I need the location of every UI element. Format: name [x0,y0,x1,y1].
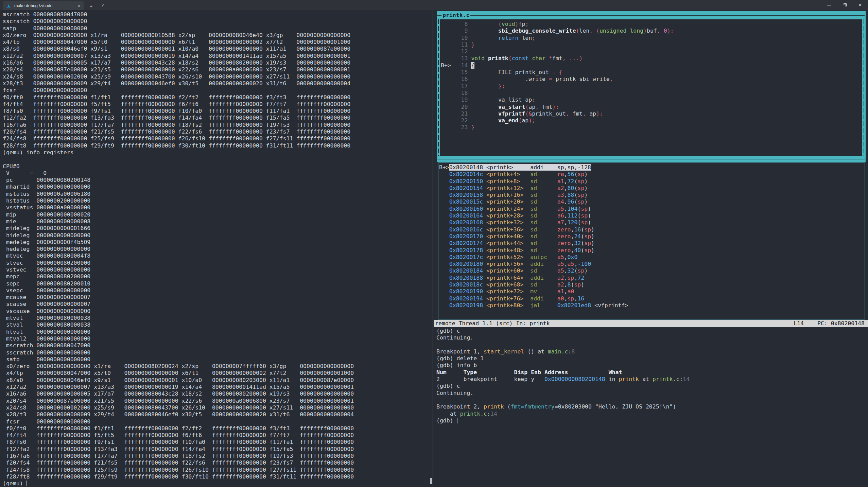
terminal-line: (qemu) [3,480,433,487]
terminal-line: vstvec 0000000000000000 [3,266,433,273]
terminal-line: mie 0000000000000008 [3,218,433,225]
terminal-line: 0x80200188 <printk+64> addi a2,sp,72 [439,275,865,281]
terminal-line: 18 [441,90,862,97]
terminal-line: 0x80200178 <printk+48> sd zero,40(sp) [439,247,865,254]
chevron-down-icon: ˅ [101,3,104,8]
terminal-line: 22 va_end(ap); [441,117,862,124]
terminal-line: x24/s8 0000000000002000 x25/s9 000000008… [3,404,433,411]
terminal-line: 0x80200164 <printk+28> sd a6,112(sp) [439,212,865,219]
terminal-line: mideleg 0000000000001666 [3,225,433,232]
terminal-line: 19 va_list ap; [441,97,862,103]
terminal-line: x28/t3 0000000000000009 x29/t4 000000008… [3,411,433,418]
terminal-line: vsepc 0000000000000000 [3,287,433,294]
terminal-line: (gdb) c [436,328,868,334]
terminal-line: Continuing. [436,334,868,341]
terminal-line: x0/zero 0000000000000000 x1/ra 000000008… [3,32,433,39]
terminal-line: 0x8020014c <printk+4> sd ra,56(sp) [439,171,865,178]
terminal-line: stval 0000000080000038 [3,321,433,328]
terminal-line: sscratch 0000000000000000 [3,18,433,25]
terminal-line: f28/ft8 ffffffff00000000 f29/ft9 fffffff… [3,142,433,149]
terminal-line: x24/s8 0000000000002000 x25/s9 000000008… [3,73,433,80]
minimize-icon [827,5,831,5]
terminal-line: 0x8020016c <printk+36> sd zero,16(sp) [439,226,865,233]
terminal-line: 0x80200198 <printk+80> jal 0x80201ed8 <v… [439,302,865,309]
terminal-line: x8/s0 0000000080046ef0 x9/s1 00000000000… [3,377,433,384]
terminal-line [3,156,433,163]
terminal-line: 17 }; [441,83,862,90]
terminal-line: Continuing. [436,390,868,397]
terminal-line: 0x8020018c <printk+68> sd a2,8(sp) [439,281,865,288]
tab-dropdown-button[interactable]: ˅ [98,1,107,10]
terminal-line: f28/ft8 ffffffff00000000 f29/ft9 fffffff… [3,473,433,480]
terminal-line: 15 FILE printk_out = { [441,69,862,76]
terminal-line: hedeleg 0000000000000000 [3,246,433,253]
terminal-line: mhartid 0000000000000000 [3,184,433,190]
new-tab-button[interactable]: + [86,1,96,10]
terminal-line: Breakpoint 2, printk (fmt=fmt@entry=0x80… [436,403,868,410]
terminal-line: Breakpoint 1, start_kernel () at main.c:… [436,348,868,355]
terminal-line: 8 (void)fp; [441,21,862,28]
scrollbar-thumb[interactable] [430,478,432,484]
terminal-line: hideleg 0000000000000000 [3,232,433,239]
terminal-line: (qemu) info registers [3,149,433,156]
terminal-line: f24/fs8 ffffffff00000000 f25/fs9 fffffff… [3,467,433,473]
terminal-line: pc 0000000080200148 [3,177,433,184]
terminal-line: mstatus 8000000a00006180 [3,191,433,197]
terminal-line: vsstatus 0000000a00000000 [3,204,433,211]
terminal-line: 0x80200180 <printk+56> addi a5,a5,-100 [439,261,865,267]
minimize-button[interactable] [821,0,837,10]
source-window-left-border [437,19,440,156]
terminal-line: x0/zero 0000000000000000 x1/ra 000000008… [3,363,433,370]
terminal-line: (gdb) delete 1 [436,355,868,362]
gdb-pane[interactable]: printk.c 8 (void)fp; 9 sbi_debug_console… [434,10,868,487]
terminal-line: 0x80200190 <printk+72> mv a1,a0 [439,288,865,295]
terminal-line: x12/a2 0000000000000007 x13/a3 000000000… [3,384,433,390]
terminal-line: satp 0000000000000000 [3,356,433,363]
terminal-line: x16/a6 0000000000000005 x17/a7 000000008… [3,59,433,66]
close-icon: ✕ [858,3,862,7]
terminal-line: 0x80200158 <printk+16> sd a3,88(sp) [439,192,865,198]
terminal-line: x4/tp 0000000080047000 x5/t0 00000000000… [3,370,433,377]
source-code-view: 8 (void)fp; 9 sbi_debug_console_write(le… [440,19,862,156]
terminal-line: f20/fs4 ffffffff00000000 f21/fs5 fffffff… [3,459,433,466]
restore-button[interactable] [837,0,852,10]
terminal-line: vscause 0000000000000000 [3,308,433,315]
terminal-line: 0x80200150 <printk+8> sd a1,72(sp) [439,178,865,185]
titlebar: make debug /z/code ✕ + ˅ ✕ [0,0,868,10]
terminal-line: f12/fa2 ffffffff00000000 f13/fa3 fffffff… [3,446,433,453]
terminal-line: f8/fs0 ffffffff00000000 f9/fs1 ffffffff0… [3,108,433,115]
close-button[interactable]: ✕ [852,0,868,10]
terminal-line: 13 void printk(const char *fmt, ...) [441,55,862,62]
terminal-line: mtval 0000000080000038 [3,315,433,321]
terminal-line: scause 0000000000000007 [3,301,433,308]
tab-close-icon[interactable]: ✕ [77,4,81,8]
terminal-line: mscratch 0000000080047000 [3,342,433,349]
source-window-bottom-border [437,156,866,162]
terminal-line: x8/s0 0000000080046ef0 x9/s1 00000000000… [3,46,433,52]
terminal-line: 11 } [441,41,862,48]
terminal-line: 23 } [441,124,862,131]
disassembly-listing: B+>0x80200148 <printk> addi sp,sp,-128 0… [438,163,865,319]
source-window-right-border [862,19,866,156]
screen: { "window": { "tab": { "title": "make de… [0,0,868,487]
terminal-tab[interactable]: make debug /z/code ✕ [3,1,84,10]
status-position-info: L14 PC: 0x80200148 [794,320,865,327]
terminal-line: 0x80200184 <printk+60> sd a5,32(sp) [439,267,865,274]
border-rule [437,15,865,16]
status-thread-info: remote Thread 1.1 (src) In: printk [435,320,550,327]
terminal-line: 0x8020015c <printk+20> sd a4,96(sp) [439,198,865,205]
terminal-line: fcsr 0000000000000000 [3,418,433,425]
terminal-line: satp 0000000000000000 [3,25,433,32]
terminal-line: 0x80200174 <printk+44> sd zero,32(sp) [439,240,865,247]
terminal-line: f4/ft4 ffffffff00000000 f5/ft5 ffffffff0… [3,432,433,439]
tmux-pane-divider[interactable] [433,10,433,487]
qemu-monitor-pane[interactable]: mscratch 0000000080047000sscratch 000000… [0,10,433,487]
terminal-line: hstatus 0000000200000000 [3,197,433,204]
terminal-line: f8/fs0 ffffffff00000000 f9/fs1 ffffffff0… [3,439,433,446]
terminal-line: 2 breakpoint keep y 0x0000000080200148 i… [436,376,868,383]
terminal-line: at printk.c:14 [436,411,868,417]
terminal-line: f20/fs4 ffffffff00000000 f21/fs5 fffffff… [3,128,433,135]
gdb-console[interactable]: (gdb) cContinuing. Breakpoint 1, start_k… [436,328,868,487]
terminal-line: x12/a2 0000000000000007 x13/a3 000000000… [3,53,433,59]
terminal-line: B+> 14 { [441,62,862,69]
